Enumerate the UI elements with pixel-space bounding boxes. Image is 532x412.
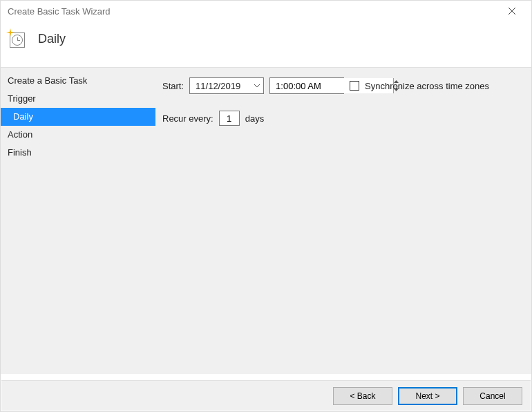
start-date-picker[interactable]: 11/12/2019 bbox=[189, 77, 264, 94]
form-area: Start: 11/12/2019 bbox=[155, 68, 531, 374]
next-button[interactable]: Next > bbox=[398, 387, 457, 405]
back-button[interactable]: < Back bbox=[333, 387, 392, 405]
page-title: Daily bbox=[38, 32, 66, 46]
close-icon bbox=[509, 8, 515, 15]
nav-item-finish[interactable]: Finish bbox=[1, 144, 155, 162]
start-date-value: 11/12/2019 bbox=[196, 81, 240, 91]
sparkle-icon bbox=[6, 28, 15, 37]
recur-label-right: days bbox=[245, 113, 264, 124]
close-button[interactable] bbox=[498, 3, 526, 19]
sync-timezones-checkbox[interactable] bbox=[350, 81, 359, 91]
wizard-body: Create a Basic TaskTriggerDailyActionFin… bbox=[1, 68, 531, 374]
start-row: Start: 11/12/2019 bbox=[162, 77, 524, 94]
title-bar: Create Basic Task Wizard bbox=[1, 1, 531, 21]
window-title: Create Basic Task Wizard bbox=[8, 6, 111, 17]
start-time-spinner[interactable] bbox=[269, 77, 344, 94]
chevron-down-icon bbox=[254, 84, 260, 88]
wizard-footer: < Back Next > Cancel bbox=[1, 380, 531, 411]
svg-marker-2 bbox=[6, 28, 15, 37]
recur-label-left: Recur every: bbox=[162, 113, 213, 124]
cancel-button[interactable]: Cancel bbox=[463, 387, 522, 405]
nav-item-create-a-basic-task[interactable]: Create a Basic Task bbox=[1, 72, 155, 90]
wizard-window: Create Basic Task Wizard Daily Create a … bbox=[0, 0, 532, 412]
wizard-header: Daily bbox=[1, 21, 531, 68]
nav-item-trigger[interactable]: Trigger bbox=[1, 90, 155, 108]
start-label: Start: bbox=[162, 81, 184, 91]
recur-row: Recur every: days bbox=[162, 111, 524, 126]
recur-days-input[interactable] bbox=[219, 111, 240, 126]
header-icon bbox=[6, 28, 27, 49]
nav-item-daily[interactable]: Daily bbox=[1, 108, 155, 126]
nav-item-action[interactable]: Action bbox=[1, 126, 155, 144]
wizard-nav: Create a Basic TaskTriggerDailyActionFin… bbox=[1, 68, 155, 374]
sync-timezones-label: Synchronize across time zones bbox=[365, 81, 489, 91]
